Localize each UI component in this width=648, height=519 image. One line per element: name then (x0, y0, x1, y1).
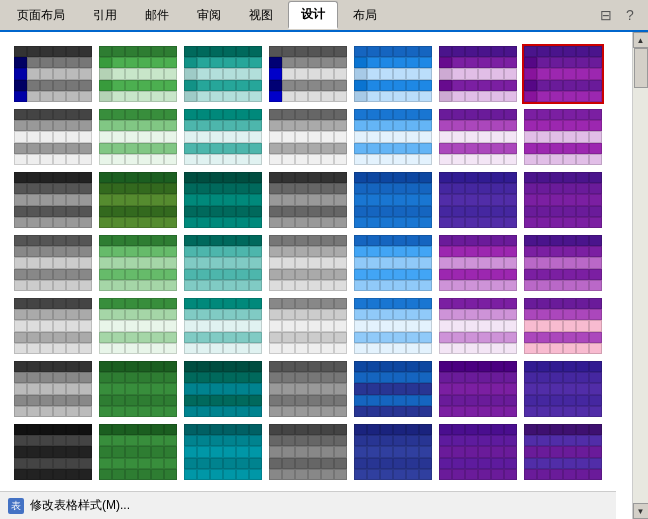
table-style-item[interactable] (97, 233, 179, 293)
table-style-item[interactable] (182, 359, 264, 419)
table-style-item[interactable] (267, 359, 349, 419)
table-style-item[interactable] (522, 359, 604, 419)
style-grid (8, 40, 624, 518)
tab-references[interactable]: 引用 (80, 1, 130, 29)
table-style-item[interactable] (182, 233, 264, 293)
table-style-item[interactable] (267, 44, 349, 104)
table-style-item[interactable] (352, 233, 434, 293)
table-style-item[interactable] (97, 107, 179, 167)
table-style-item[interactable] (12, 44, 94, 104)
table-style-item[interactable] (522, 296, 604, 356)
table-style-item[interactable] (522, 422, 604, 482)
table-style-item[interactable] (437, 233, 519, 293)
table-style-item[interactable] (437, 359, 519, 419)
gallery: 表 修改表格样式(M)... (0, 32, 632, 519)
table-style-item[interactable] (182, 296, 264, 356)
table-style-item[interactable] (182, 170, 264, 230)
tab-review[interactable]: 审阅 (184, 1, 234, 29)
table-style-item[interactable] (12, 170, 94, 230)
table-style-item[interactable] (267, 422, 349, 482)
table-style-item[interactable] (352, 359, 434, 419)
table-style-item[interactable] (437, 107, 519, 167)
scrollbar[interactable]: ▲ ▼ (632, 32, 648, 519)
table-style-item[interactable] (182, 44, 264, 104)
scroll-track (633, 48, 648, 503)
table-style-item[interactable] (12, 422, 94, 482)
table-style-item[interactable] (522, 107, 604, 167)
minimize-icon[interactable]: ⊟ (596, 5, 616, 25)
table-style-item[interactable] (12, 107, 94, 167)
table-style-item[interactable] (12, 359, 94, 419)
table-style-item[interactable] (352, 107, 434, 167)
help-icon[interactable]: ? (620, 5, 640, 25)
modify-style-link[interactable]: 修改表格样式(M)... (30, 497, 130, 514)
scroll-down-button[interactable]: ▼ (633, 503, 649, 519)
tab-design[interactable]: 设计 (288, 1, 338, 29)
table-style-item[interactable] (97, 359, 179, 419)
table-style-item[interactable] (522, 170, 604, 230)
table-style-item[interactable] (182, 422, 264, 482)
table-style-item[interactable] (267, 107, 349, 167)
table-style-item[interactable] (12, 296, 94, 356)
table-style-item[interactable] (97, 296, 179, 356)
tab-page-layout[interactable]: 页面布局 (4, 1, 78, 29)
table-style-item[interactable] (352, 296, 434, 356)
table-style-item[interactable] (522, 44, 604, 104)
table-style-item[interactable] (437, 296, 519, 356)
table-style-item[interactable] (267, 170, 349, 230)
table-style-item[interactable] (437, 170, 519, 230)
table-style-item[interactable] (522, 233, 604, 293)
scroll-up-button[interactable]: ▲ (633, 32, 649, 48)
table-style-item[interactable] (97, 422, 179, 482)
table-style-item[interactable] (267, 296, 349, 356)
table-style-item[interactable] (97, 44, 179, 104)
table-style-item[interactable] (437, 44, 519, 104)
table-style-item[interactable] (352, 170, 434, 230)
tab-layout[interactable]: 布局 (340, 1, 390, 29)
tab-mail[interactable]: 邮件 (132, 1, 182, 29)
table-style-item[interactable] (267, 233, 349, 293)
table-style-item[interactable] (352, 422, 434, 482)
table-style-item[interactable] (437, 422, 519, 482)
tab-bar: 页面布局 引用 邮件 审阅 视图 设计 布局 ⊟ ? (0, 0, 648, 32)
bottom-bar: 表 修改表格样式(M)... (0, 491, 616, 519)
scroll-thumb[interactable] (634, 48, 648, 88)
table-style-icon: 表 (8, 498, 24, 514)
tab-view[interactable]: 视图 (236, 1, 286, 29)
table-style-item[interactable] (352, 44, 434, 104)
table-style-item[interactable] (12, 233, 94, 293)
main-content: 表 修改表格样式(M)... ▲ ▼ (0, 32, 648, 519)
table-style-item[interactable] (182, 107, 264, 167)
table-style-item[interactable] (97, 170, 179, 230)
